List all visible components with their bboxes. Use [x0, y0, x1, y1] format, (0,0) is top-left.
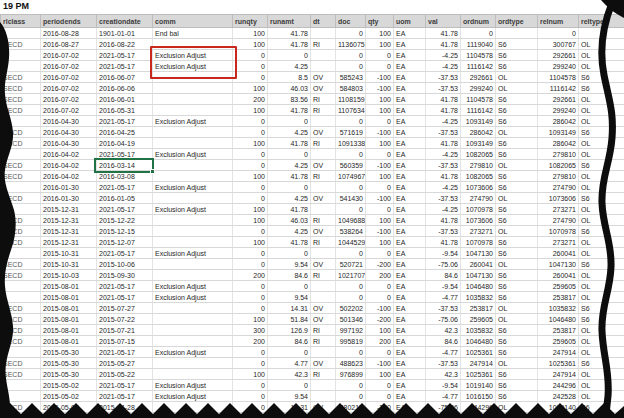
cell-relnum[interactable]: 260041 — [538, 270, 579, 281]
cell-relnum[interactable]: 247914 — [538, 347, 579, 358]
cell-runamt[interactable]: 0 — [268, 116, 311, 127]
cell-periodends[interactable]: 2015-08-01 — [41, 314, 97, 325]
cell-runqty[interactable]: 0 — [233, 182, 268, 193]
cell-ordnum[interactable]: 1046480 — [461, 336, 496, 347]
cell-reltype[interactable]: OL — [579, 215, 624, 226]
cell-dt[interactable]: RI — [311, 39, 336, 50]
cell-doc[interactable]: 538264 — [336, 226, 366, 237]
cell-creationdate[interactable]: 2015-09-30 — [97, 270, 153, 281]
cell-ordnum[interactable]: 1035832 — [461, 292, 496, 303]
cell-creationdate[interactable]: 2015-10-06 — [97, 259, 153, 270]
cell-ordnum[interactable]: 1082065 — [461, 149, 496, 160]
cell-relnum[interactable]: 299240 — [538, 105, 579, 116]
cell-ordnum[interactable]: 292661 — [461, 72, 496, 83]
cell-rlclass[interactable]: SECD — [1, 215, 41, 226]
cell-relnum[interactable]: 292661 — [538, 50, 579, 61]
cell-relnum[interactable]: 260041 — [538, 248, 579, 259]
cell-ordtype[interactable]: S6 — [496, 369, 538, 380]
cell-doc[interactable]: 0 — [336, 380, 366, 391]
cell-reltype[interactable]: OL — [579, 149, 624, 160]
cell-runamt[interactable]: 41.78 — [268, 39, 311, 50]
cell-rlclass[interactable] — [1, 380, 41, 391]
cell-comm[interactable]: Exclusion Adjust — [153, 347, 233, 358]
cell-dt[interactable]: OV — [311, 314, 336, 325]
cell-comm[interactable]: Exclusion Adjust — [153, 391, 233, 402]
cell-ordtype[interactable]: OL — [496, 83, 538, 94]
cell-periodends[interactable]: 2015-08-01 — [41, 281, 97, 292]
cell-qty[interactable]: 200 — [366, 270, 394, 281]
cell-runamt[interactable]: 84.6 — [268, 270, 311, 281]
cell-qty[interactable]: -100 — [366, 127, 394, 138]
cell-periodends[interactable]: 2016-07-02 — [41, 83, 97, 94]
cell-runqty[interactable]: 200 — [233, 94, 268, 105]
cell-ordtype[interactable]: S6 — [496, 61, 538, 72]
cell-reltype[interactable]: OL — [579, 39, 624, 50]
cell-reltype[interactable]: OL — [579, 325, 624, 336]
cell-ordtype[interactable]: S6 — [496, 215, 538, 226]
cell-relnum[interactable]: 1104578 — [538, 72, 579, 83]
column-header-uom[interactable]: uom — [394, 15, 426, 28]
cell-comm[interactable] — [153, 138, 233, 149]
cell-periodends[interactable]: 2016-01-30 — [41, 193, 97, 204]
cell-periodends[interactable]: 2015-08-01 — [41, 325, 97, 336]
cell-val[interactable]: 41.78 — [426, 171, 461, 182]
cell-comm[interactable] — [153, 303, 233, 314]
column-header-dt[interactable]: dt — [311, 15, 336, 28]
cell-uom[interactable]: EA — [394, 347, 426, 358]
cell-ordtype[interactable]: S6 — [496, 292, 538, 303]
cell-qty[interactable]: -100 — [366, 358, 394, 369]
cell-doc[interactable]: 1136075 — [336, 39, 366, 50]
column-header-runamt[interactable]: runamt — [268, 15, 311, 28]
cell-val[interactable]: -4.25 — [426, 61, 461, 72]
cell-qty[interactable]: 100 — [366, 28, 394, 39]
cell-rlclass[interactable]: SECD — [1, 369, 41, 380]
cell-comm[interactable] — [153, 226, 233, 237]
cell-reltype[interactable]: OL — [579, 237, 624, 248]
column-header-comm[interactable]: comm — [153, 15, 233, 28]
cell-creationdate[interactable]: 2015-07-22 — [97, 314, 153, 325]
cell-creationdate[interactable]: 2015-04-28 — [97, 402, 153, 413]
cell-ordtype[interactable]: OL — [496, 402, 538, 413]
cell-reltype[interactable]: OL — [579, 204, 624, 215]
cell-ordnum[interactable]: 1070978 — [461, 237, 496, 248]
cell-val[interactable]: 42.3 — [426, 369, 461, 380]
cell-val[interactable]: -37.53 — [426, 193, 461, 204]
cell-uom[interactable]: EA — [394, 336, 426, 347]
cell-rlclass[interactable]: SECD — [1, 336, 41, 347]
cell-periodends[interactable]: 2016-07-02 — [41, 72, 97, 83]
cell-dt[interactable] — [311, 116, 336, 127]
cell-comm[interactable] — [153, 325, 233, 336]
cell-qty[interactable]: 100 — [366, 369, 394, 380]
cell-ordtype[interactable]: S6 — [496, 182, 538, 193]
cell-ordnum[interactable]: 0 — [461, 28, 496, 39]
cell-doc[interactable]: 1108159 — [336, 94, 366, 105]
cell-reltype[interactable]: S6 — [579, 83, 624, 94]
cell-rlclass[interactable] — [1, 204, 41, 215]
cell-runamt[interactable]: 4.25 — [268, 226, 311, 237]
cell-doc[interactable]: 584803 — [336, 83, 366, 94]
cell-val[interactable]: -37.53 — [426, 226, 461, 237]
column-header-ordnum[interactable]: ordnum — [461, 15, 496, 28]
cell-dt[interactable] — [311, 204, 336, 215]
cell-qty[interactable]: 100 — [366, 94, 394, 105]
cell-runamt[interactable]: 0 — [268, 248, 311, 259]
cell-val[interactable]: -75.06 — [426, 314, 461, 325]
cell-runamt[interactable]: 4.25 — [268, 61, 311, 72]
cell-rlclass[interactable]: SECD — [1, 105, 41, 116]
cell-uom[interactable]: EA — [394, 270, 426, 281]
cell-creationdate[interactable]: 2015-07-15 — [97, 336, 153, 347]
cell-runamt[interactable]: 4.77 — [268, 358, 311, 369]
cell-dt[interactable]: OV — [311, 303, 336, 314]
cell-rlclass[interactable]: SECD — [1, 39, 41, 50]
cell-rlclass[interactable]: SECD — [1, 226, 41, 237]
cell-rlclass[interactable]: SECD — [1, 237, 41, 248]
cell-runamt[interactable]: 51.84 — [268, 314, 311, 325]
cell-ordtype[interactable]: OL — [496, 259, 538, 270]
cell-ordtype[interactable]: S6 — [496, 336, 538, 347]
cell-creationdate[interactable]: 2015-05-27 — [97, 358, 153, 369]
cell-periodends[interactable]: 2016-04-02 — [41, 171, 97, 182]
cell-val[interactable]: -9.54 — [426, 248, 461, 259]
cell-ordnum[interactable]: 1093149 — [461, 138, 496, 149]
cell-comm[interactable]: Exclusion Adjust — [153, 380, 233, 391]
cell-comm[interactable] — [153, 105, 233, 116]
